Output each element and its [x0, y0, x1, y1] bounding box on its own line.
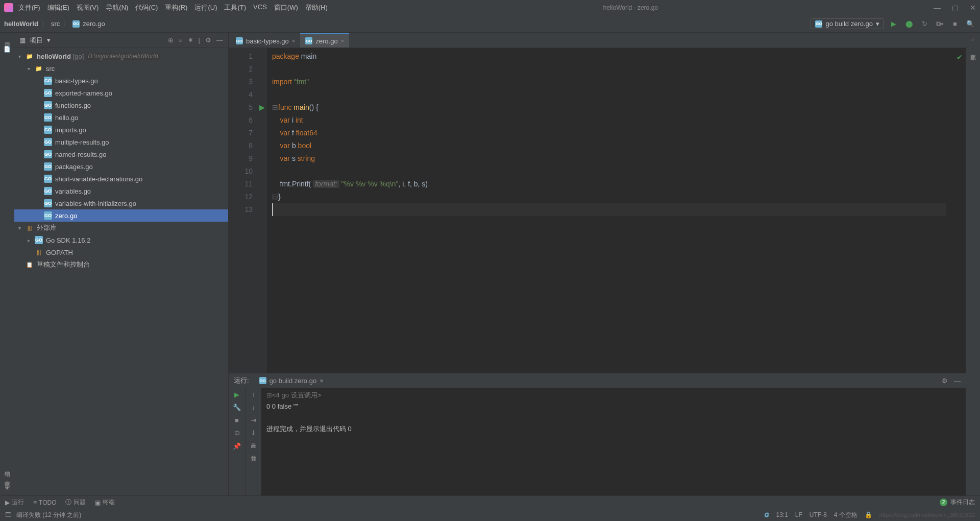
wrench-icon[interactable]: 🔧	[233, 404, 241, 411]
down-icon[interactable]: ↓	[252, 404, 255, 411]
breadcrumb-file[interactable]: zero.go	[83, 20, 105, 28]
minimize-icon[interactable]: —	[934, 4, 941, 12]
todo-tool-tab[interactable]: ≡TODO	[33, 499, 56, 506]
editor-tab[interactable]: GOzero.go×	[300, 33, 349, 48]
debug-button[interactable]: ⬤	[903, 18, 915, 30]
event-badge: 2	[940, 499, 947, 506]
menu-item[interactable]: 帮助(H)	[305, 3, 328, 12]
db-icon[interactable]: ≡	[971, 36, 974, 42]
menu-item[interactable]: 工具(T)	[224, 3, 246, 12]
menu-item[interactable]: 视图(V)	[77, 3, 99, 12]
problems-tool-tab[interactable]: ⓘ问题	[65, 498, 86, 507]
breadcrumb-root[interactable]: helloWorld	[4, 20, 38, 28]
coverage-button[interactable]: ↻	[919, 18, 930, 30]
tree-row[interactable]: GOpackages.go	[14, 160, 228, 173]
gofile-icon: GO	[44, 175, 52, 183]
tree-label: 草稿文件和控制台	[37, 260, 90, 269]
main-menu: 文件(F)编辑(E)视图(V)导航(N)代码(C)重构(R)运行(U)工具(T)…	[18, 3, 328, 12]
expand-icon[interactable]: ✷	[188, 36, 193, 44]
hide-icon[interactable]: —	[216, 36, 223, 44]
stop-button[interactable]: ■	[949, 18, 961, 30]
tree-row[interactable]: ▾📁src	[14, 62, 228, 75]
tree-row[interactable]: GObasic-types.go	[14, 75, 228, 87]
run-panel-tabs: 运行: GO go build zero.go × ⚙ —	[229, 373, 966, 388]
event-log-tab[interactable]: 事件日志	[950, 498, 975, 507]
run-config-selector[interactable]: GO go build zero.go ▾	[811, 18, 884, 29]
database-tool-tab[interactable]: 数据库	[968, 48, 978, 52]
print-icon[interactable]: 🖶	[250, 442, 257, 449]
menu-item[interactable]: 代码(C)	[135, 3, 158, 12]
hide-icon[interactable]: —	[954, 377, 961, 385]
tree-row[interactable]: GOmultiple-results.go	[14, 136, 228, 148]
menu-item[interactable]: 编辑(E)	[47, 3, 69, 12]
menu-item[interactable]: 重构(R)	[165, 3, 187, 12]
profile-button[interactable]: ⧉▾	[934, 18, 945, 30]
line-ending[interactable]: LF	[795, 511, 802, 518]
maximize-icon[interactable]: ▢	[952, 4, 959, 12]
menu-item[interactable]: 文件(F)	[18, 3, 40, 12]
gofile-icon: GO	[44, 89, 52, 97]
check-icon[interactable]: ✔	[957, 51, 963, 64]
chevron-down-icon[interactable]: ▾	[47, 36, 51, 44]
wrap-icon[interactable]: ⇥	[251, 416, 256, 424]
menu-item[interactable]: 运行(U)	[194, 3, 217, 12]
tree-label: short-variable-declarations.go	[55, 175, 142, 183]
gear-icon[interactable]: ⚙	[205, 36, 211, 44]
menu-item[interactable]: VCS	[253, 3, 267, 12]
target-icon[interactable]: ⊕	[168, 36, 174, 44]
collapse-icon[interactable]: ≡	[179, 36, 183, 44]
project-tool-tab[interactable]: 项目	[3, 36, 12, 40]
lock-icon[interactable]: 🔒	[865, 511, 872, 518]
tree-row[interactable]: GOvariables-with-initializers.go	[14, 197, 228, 209]
menu-item[interactable]: 窗口(W)	[274, 3, 298, 12]
menu-item[interactable]: 导航(N)	[106, 3, 128, 12]
gear-icon[interactable]: ⚙	[942, 377, 948, 385]
run-tool-tab[interactable]: ▶运行	[5, 498, 24, 507]
tree-row[interactable]: ▾📁helloWorld [go]D:\mynotes\go\helloWorl…	[14, 50, 228, 62]
tree-row[interactable]: ▾|||外部库	[14, 222, 228, 234]
tree-row[interactable]: GOvariables.go	[14, 185, 228, 197]
close-icon[interactable]: ×	[292, 38, 295, 44]
tree-row[interactable]: GOzero.go	[14, 209, 228, 222]
run-button[interactable]: ▶	[888, 18, 899, 30]
tree-row[interactable]: GOhello.go	[14, 111, 228, 124]
tree-row[interactable]: 📋草稿文件和控制台	[14, 258, 228, 271]
star-icon[interactable]: ★	[5, 485, 10, 491]
tree-label: 外部库	[37, 223, 57, 232]
editor-right-strip: ✔	[951, 48, 966, 373]
layout-icon[interactable]: ⧉	[235, 429, 239, 437]
gofile-icon: GO	[44, 138, 52, 146]
close-icon[interactable]: ✕	[970, 4, 976, 12]
tree-row[interactable]: GOnamed-results.go	[14, 148, 228, 160]
charset[interactable]: UTF-8	[810, 511, 827, 518]
tree-row[interactable]: ▸GOGo SDK 1.16.2	[14, 234, 228, 246]
structure-tool-tab[interactable]: 结构	[3, 464, 12, 468]
project-panel-header: ▦ 项目 ▾ ⊕ ≡ ✷ | ⚙ —	[14, 33, 228, 48]
tree-row[interactable]: GOimports.go	[14, 124, 228, 136]
close-icon[interactable]: ×	[341, 38, 344, 44]
search-icon[interactable]: 🔍	[965, 18, 976, 30]
up-icon[interactable]: ↑	[252, 391, 255, 398]
indent[interactable]: 4 个空格	[834, 511, 857, 519]
tree-row[interactable]: |||GOPATH	[14, 246, 228, 258]
breadcrumb-folder[interactable]: src	[51, 20, 60, 28]
tree-row[interactable]: GOfunctions.go	[14, 99, 228, 111]
tree-row[interactable]: GOshort-variable-declarations.go	[14, 173, 228, 185]
cursor-position[interactable]: 13:1	[776, 511, 788, 518]
editor-body[interactable]: 12345678910111213 ▶ package main import …	[229, 48, 966, 373]
favorites-tool-tab[interactable]: 收藏	[3, 475, 12, 479]
close-icon[interactable]: ×	[320, 377, 324, 385]
tree-row[interactable]: GOexported-names.go	[14, 87, 228, 99]
code-content[interactable]: package main import "fmt" ⊟func main() {…	[267, 48, 951, 373]
stop-button[interactable]: ■	[235, 416, 239, 424]
editor-tab[interactable]: GObasic-types.go×	[231, 33, 300, 48]
console-output[interactable]: ⊞<4 go 设置调用> 0 0 false "" 进程完成，并显示退出代码 0	[261, 388, 966, 495]
pin-icon[interactable]: 📌	[233, 442, 241, 450]
file-icon[interactable]: 📄	[4, 46, 11, 53]
run-tab[interactable]: GO go build zero.go ×	[255, 375, 328, 387]
rerun-button[interactable]: ▶	[234, 391, 239, 398]
trash-icon[interactable]: 🗑	[250, 455, 257, 462]
divider: |	[199, 36, 200, 44]
terminal-tool-tab[interactable]: ▣终端	[95, 498, 115, 507]
scroll-icon[interactable]: ⤓	[251, 429, 256, 437]
